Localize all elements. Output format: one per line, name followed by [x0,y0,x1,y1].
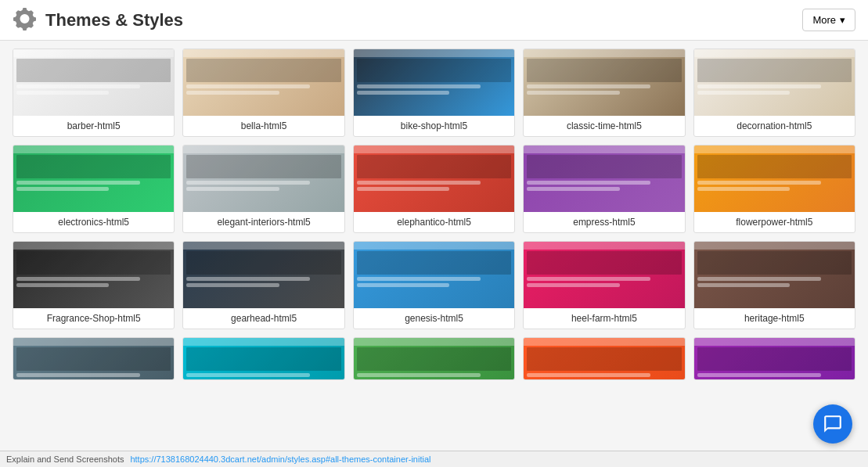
theme-card[interactable]: heritage-html5 [693,241,855,329]
theme-card[interactable] [353,337,515,380]
theme-name: flowerpower-html5 [694,212,855,232]
theme-thumbnail [694,49,855,116]
theme-thumbnail [13,49,174,116]
status-bar: Explain and Send Screenshots https://713… [0,451,868,467]
theme-card[interactable] [693,337,855,380]
theme-thumbnail [354,338,514,380]
theme-name: empress-html5 [524,212,684,232]
theme-card[interactable]: elegant-interiors-html5 [182,145,344,233]
theme-thumbnail [183,49,344,116]
gear-icon [13,6,38,34]
theme-name: electronics-html5 [13,212,174,232]
theme-card[interactable] [182,337,344,380]
more-label: More [812,14,836,26]
theme-name: elephantico-html5 [354,212,514,232]
theme-thumbnail [183,242,344,308]
theme-card[interactable]: heel-farm-html5 [523,241,685,329]
theme-card[interactable]: classic-time-html5 [523,48,685,137]
theme-thumbnail [13,242,174,308]
theme-card[interactable] [13,337,175,380]
theme-thumbnail [13,338,174,380]
theme-card[interactable]: barber-html5 [13,48,175,137]
theme-thumbnail [354,145,514,212]
theme-thumbnail [183,338,344,380]
theme-thumbnail [694,338,855,380]
theme-name: Fragrance-Shop-html5 [13,308,174,329]
theme-name: classic-time-html5 [524,116,684,136]
theme-thumbnail [524,145,684,212]
theme-name: genesis-html5 [354,308,514,329]
theme-thumbnail [354,49,514,116]
header-left: Themes & Styles [13,6,183,34]
theme-card[interactable]: gearhead-html5 [182,241,344,329]
theme-name: heel-farm-html5 [524,308,684,329]
theme-card[interactable]: genesis-html5 [353,241,515,329]
theme-card[interactable]: elephantico-html5 [353,145,515,233]
chat-icon [823,414,843,434]
theme-thumbnail [694,242,855,308]
theme-card[interactable]: decornation-html5 [693,48,855,137]
theme-card[interactable] [523,337,685,380]
theme-card[interactable]: empress-html5 [523,145,685,233]
theme-name: bike-shop-html5 [354,116,514,136]
theme-name: barber-html5 [13,116,174,136]
theme-name: bella-html5 [183,116,344,136]
theme-thumbnail [524,49,684,116]
theme-card[interactable]: Fragrance-Shop-html5 [13,241,175,329]
status-url: https://7138168024440.3dcart.net/admin/s… [130,454,430,464]
theme-card[interactable]: bike-shop-html5 [353,48,515,137]
theme-thumbnail [183,145,344,212]
theme-card[interactable]: bella-html5 [182,48,344,137]
header: Themes & Styles More ▾ [0,0,868,41]
chevron-down-icon: ▾ [840,14,845,26]
theme-name: elegant-interiors-html5 [183,212,344,232]
theme-card[interactable]: flowerpower-html5 [693,145,855,233]
chat-bubble[interactable] [813,404,852,444]
theme-thumbnail [524,338,684,380]
theme-name: decornation-html5 [694,116,855,136]
more-button[interactable]: More ▾ [802,9,855,31]
theme-name: heritage-html5 [694,308,855,329]
theme-thumbnail [524,242,684,308]
theme-card[interactable]: electronics-html5 [13,145,175,233]
page-title: Themes & Styles [45,10,183,31]
theme-name: gearhead-html5 [183,308,344,329]
explain-link[interactable]: Explain and Send Screenshots [6,454,124,464]
theme-thumbnail [694,145,855,212]
theme-thumbnail [13,145,174,212]
theme-grid-container: barber-html5bella-html5bike-shop-html5cl… [0,41,868,467]
theme-grid: barber-html5bella-html5bike-shop-html5cl… [13,48,855,380]
theme-thumbnail [354,242,514,308]
